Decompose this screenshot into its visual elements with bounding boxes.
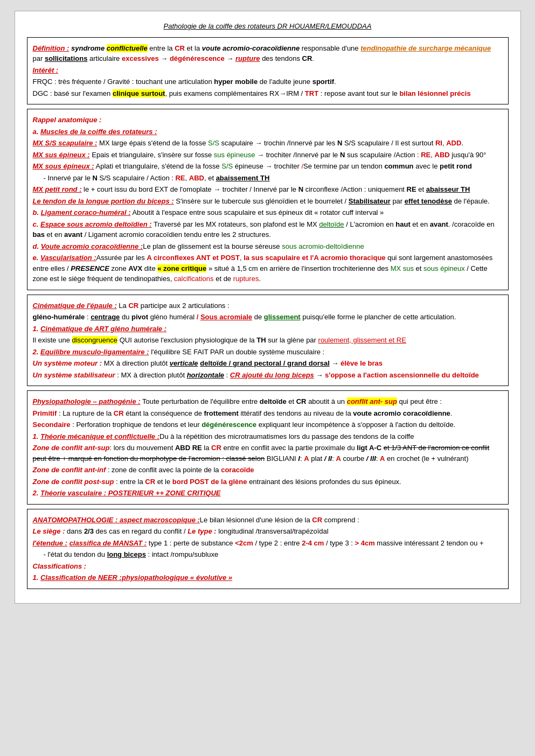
section-definition: Définition : syndrome conflictuelle entr… [27,37,509,105]
page: Pathologie de la coiffe des rotateurs DR… [15,11,521,604]
section-physiopath: Physiopathologie – pathogénie : Toute pe… [27,390,509,505]
section-rappel: Rappel anatomique : a. Muscles de la coi… [27,109,509,290]
def-label: Définition : [33,44,70,52]
page-title: Pathologie de la coiffe des rotateurs DR… [27,21,509,32]
section-cinematique: Cinématique de l'épaule : La CR particip… [27,295,509,387]
section-anatomopath: ANATOMOPATHOLOGIE : aspect macroscopique… [27,509,509,589]
